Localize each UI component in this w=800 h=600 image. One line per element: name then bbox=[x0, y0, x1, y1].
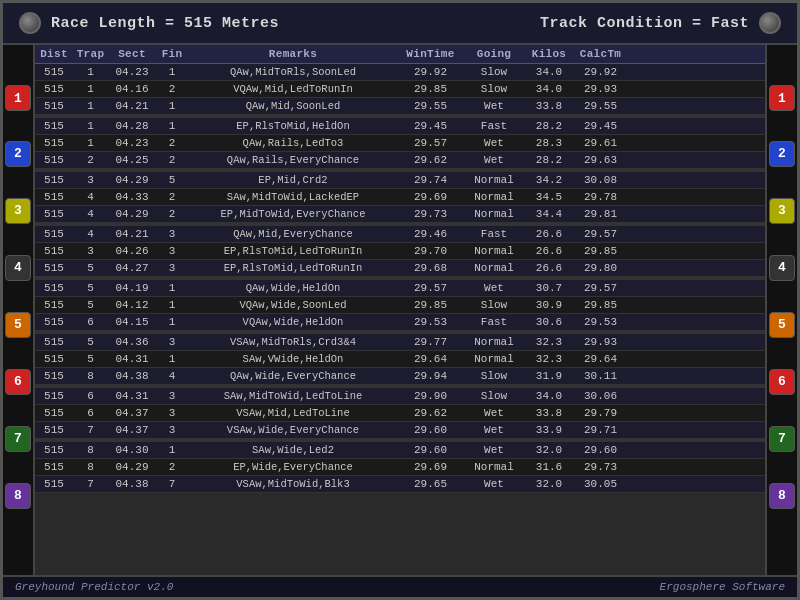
table-cell: 29.57 bbox=[398, 281, 463, 295]
col-wintime: WinTime bbox=[398, 48, 463, 60]
table-cell: 29.64 bbox=[398, 352, 463, 366]
table-cell: 29.57 bbox=[573, 227, 628, 241]
table-cell: Normal bbox=[463, 460, 525, 474]
table-cell: VSAw,MidToWid,Blk3 bbox=[188, 477, 398, 491]
table-cell: 515 bbox=[35, 153, 73, 167]
header: Race Length = 515 Metres Track Condition… bbox=[3, 3, 797, 45]
race-badge-left: 4 bbox=[5, 255, 31, 281]
table-cell: 32.0 bbox=[525, 443, 573, 457]
main-window: Race Length = 515 Metres Track Condition… bbox=[0, 0, 800, 600]
table-cell: 04.28 bbox=[108, 119, 156, 133]
table-cell: 515 bbox=[35, 443, 73, 457]
table-cell: Normal bbox=[463, 190, 525, 204]
table-cell: 29.53 bbox=[573, 315, 628, 329]
right-side-panel: 12345678 bbox=[765, 45, 797, 575]
table-cell: 29.55 bbox=[398, 99, 463, 113]
header-circle-right bbox=[759, 12, 781, 34]
table-cell: 6 bbox=[73, 389, 108, 403]
table-row: 515104.211QAw,Mid,SoonLed29.55Wet33.829.… bbox=[35, 98, 765, 115]
table-cell: 29.80 bbox=[573, 261, 628, 275]
table-cell: Wet bbox=[463, 281, 525, 295]
table-cell: Normal bbox=[463, 335, 525, 349]
table-cell: EP,RlsToMid,LedToRunIn bbox=[188, 261, 398, 275]
table-cell: 29.94 bbox=[398, 369, 463, 383]
table-cell: 29.62 bbox=[398, 153, 463, 167]
table-cell: 7 bbox=[73, 423, 108, 437]
table-cell: 29.70 bbox=[398, 244, 463, 258]
table-cell: 29.81 bbox=[573, 207, 628, 221]
table-cell: 515 bbox=[35, 65, 73, 79]
table-cell: 29.60 bbox=[573, 443, 628, 457]
table-cell: 29.71 bbox=[573, 423, 628, 437]
table-cell: 515 bbox=[35, 389, 73, 403]
table-cell: 04.29 bbox=[108, 460, 156, 474]
table-cell: 29.69 bbox=[398, 460, 463, 474]
table-cell: VQAw,Wide,HeldOn bbox=[188, 315, 398, 329]
table-row: 515104.232QAw,Rails,LedTo329.57Wet28.329… bbox=[35, 135, 765, 152]
table-cell: 2 bbox=[73, 153, 108, 167]
race-group: 515104.231QAw,MidToRls,SoonLed29.92Slow3… bbox=[35, 64, 765, 115]
table-cell: 29.78 bbox=[573, 190, 628, 204]
table-cell: 28.3 bbox=[525, 136, 573, 150]
table-cell: 1 bbox=[156, 315, 188, 329]
col-remarks: Remarks bbox=[188, 48, 398, 60]
table-cell: 29.62 bbox=[398, 406, 463, 420]
table-cell: 28.2 bbox=[525, 119, 573, 133]
table-cell: 26.6 bbox=[525, 261, 573, 275]
table-cell: Fast bbox=[463, 227, 525, 241]
table-row: 515304.263EP,RlsToMid,LedToRunIn29.70Nor… bbox=[35, 243, 765, 260]
table-cell: 29.73 bbox=[573, 460, 628, 474]
table-cell: 6 bbox=[73, 406, 108, 420]
race-badge-right: 1 bbox=[769, 85, 795, 111]
table-cell: 04.29 bbox=[108, 207, 156, 221]
race-badge-left: 7 bbox=[5, 426, 31, 452]
race-badge-left: 1 bbox=[5, 85, 31, 111]
table-cell: 29.64 bbox=[573, 352, 628, 366]
table-cell: 29.77 bbox=[398, 335, 463, 349]
footer-right: Ergosphere Software bbox=[660, 581, 785, 593]
table-cell: Fast bbox=[463, 315, 525, 329]
table-cell: 29.73 bbox=[398, 207, 463, 221]
table-cell: 4 bbox=[156, 369, 188, 383]
table-cell: 3 bbox=[156, 227, 188, 241]
table-cell: 29.79 bbox=[573, 406, 628, 420]
table-cell: 29.93 bbox=[573, 82, 628, 96]
table-cell: 04.31 bbox=[108, 389, 156, 403]
race-badge-left: 2 bbox=[5, 141, 31, 167]
table-cell: 04.23 bbox=[108, 65, 156, 79]
table-row: 515504.273EP,RlsToMid,LedToRunIn29.68Nor… bbox=[35, 260, 765, 277]
table-cell: 515 bbox=[35, 227, 73, 241]
table-cell: VSAw,Mid,LedToLine bbox=[188, 406, 398, 420]
table-cell: Slow bbox=[463, 389, 525, 403]
table-cell: 2 bbox=[156, 153, 188, 167]
table-cell: 34.5 bbox=[525, 190, 573, 204]
table-cell: 3 bbox=[73, 173, 108, 187]
table-cell: 26.6 bbox=[525, 244, 573, 258]
race-group: 515504.363VSAw,MidToRls,Crd3&429.77Norma… bbox=[35, 334, 765, 385]
table-cell: SAw,MidToWid,LackedEP bbox=[188, 190, 398, 204]
race-badge-right: 8 bbox=[769, 483, 795, 509]
table-cell: 04.15 bbox=[108, 315, 156, 329]
table-row: 515204.252QAw,Rails,EveryChance29.62Wet2… bbox=[35, 152, 765, 169]
table-cell: 1 bbox=[156, 352, 188, 366]
table-cell: 29.93 bbox=[573, 335, 628, 349]
table-cell: 1 bbox=[156, 298, 188, 312]
table-cell: SAw,MidToWid,LedToLine bbox=[188, 389, 398, 403]
header-left: Race Length = 515 Metres bbox=[19, 12, 279, 34]
race-badge-left: 6 bbox=[5, 369, 31, 395]
table-cell: 1 bbox=[156, 443, 188, 457]
table-cell: 29.92 bbox=[573, 65, 628, 79]
table-cell: VSAw,Wide,EveryChance bbox=[188, 423, 398, 437]
table-cell: 3 bbox=[156, 389, 188, 403]
table-cell: 29.60 bbox=[398, 443, 463, 457]
table-cell: 8 bbox=[73, 369, 108, 383]
table-cell: 5 bbox=[73, 298, 108, 312]
table-cell: 5 bbox=[73, 335, 108, 349]
table-cell: 2 bbox=[156, 190, 188, 204]
table-cell: 29.45 bbox=[573, 119, 628, 133]
table-cell: 515 bbox=[35, 406, 73, 420]
table-cell: 1 bbox=[73, 136, 108, 150]
col-fin: Fin bbox=[156, 48, 188, 60]
table-cell: 1 bbox=[156, 281, 188, 295]
table-cell: 1 bbox=[73, 82, 108, 96]
